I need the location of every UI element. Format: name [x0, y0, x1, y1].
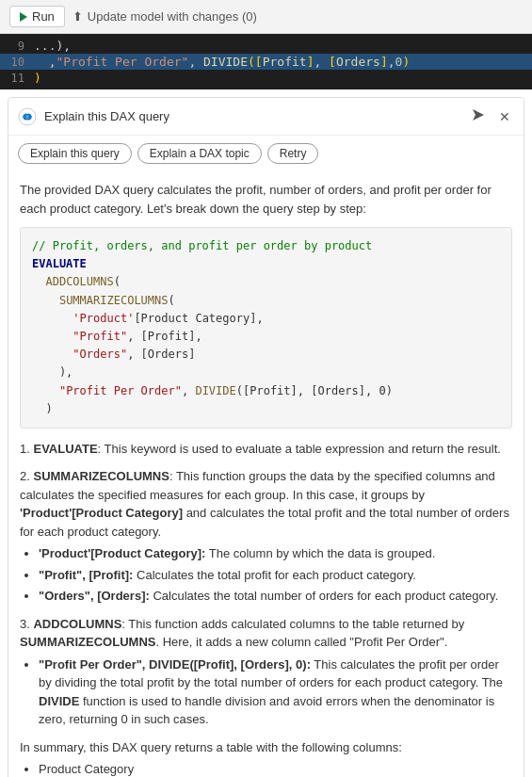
summary-section: In summary, this DAX query returns a tab… [20, 738, 512, 777]
exp-item-1-text: : This keyword is used to evaluate a tab… [98, 442, 501, 456]
bullet-item: 'Product'[Product Category]: The column … [39, 544, 512, 563]
bullet-bold: "Orders", [Orders]: [39, 589, 150, 603]
summary-intro: In summary, this DAX query returns a tab… [20, 738, 512, 757]
line-number-10: 10 [0, 56, 34, 69]
send-icon-button[interactable] [467, 105, 490, 127]
exp-item-3-header: 3. ADDCOLUMNS: This function adds calcul… [20, 615, 512, 652]
exp-item-2-bullets: 'Product'[Product Category]: The column … [39, 544, 512, 606]
exp-item-3-num: 3. [20, 617, 33, 631]
exp-item-1-keyword: EVALUATE [33, 442, 97, 456]
bullet-bold-2: DIVIDE [39, 694, 79, 708]
ai-panel-title: Explain this DAX query [44, 109, 467, 123]
bullet-bold: 'Product'[Product Category]: [39, 546, 205, 560]
explanation-item-2: 2. SUMMARIZECOLUMNS: This function group… [20, 467, 512, 606]
line-number-11: 11 [0, 72, 34, 85]
ai-content: The provided DAX query calculates the pr… [8, 171, 524, 777]
close-button[interactable]: ✕ [495, 107, 514, 126]
code-line-9: 9 ...), [0, 38, 532, 54]
bullet-item: "Orders", [Orders]: Calculates the total… [39, 587, 512, 606]
exp-item-1-num: 1. [20, 442, 33, 456]
ai-panel: Explain this DAX query ✕ Explain this qu… [8, 97, 524, 777]
copilot-icon [18, 107, 37, 126]
update-model-button[interactable]: ⬆ Update model with changes (0) [73, 9, 257, 24]
run-icon [20, 12, 27, 22]
close-icon: ✕ [499, 109, 510, 124]
ai-header: Explain this DAX query ✕ [8, 98, 524, 136]
bullet-text: The column by which the data is grouped. [205, 546, 435, 560]
exp-item-3-inline-bold: SUMMARIZECOLUMNS [20, 635, 155, 649]
exp-item-2-header: 2. SUMMARIZECOLUMNS: This function group… [20, 467, 512, 541]
exp-item-2-keyword: SUMMARIZECOLUMNS [33, 469, 169, 483]
ai-header-actions: ✕ [467, 105, 514, 127]
bullet-text-2: function is used to handle division and … [39, 694, 494, 727]
explain-dax-topic-button[interactable]: Explain a DAX topic [137, 143, 262, 164]
code-content-11: ) [34, 71, 41, 85]
summary-item-1: Product Category [39, 760, 512, 777]
explanation-list: 1. EVALUATE: This keyword is used to eva… [20, 440, 512, 729]
exp-item-3-text: : This function adds calculated columns … [121, 617, 464, 631]
code-line-11: 11 ) [0, 70, 532, 86]
toolbar: Run ⬆ Update model with changes (0) [0, 0, 532, 34]
upload-icon: ⬆ [73, 9, 83, 24]
exp-item-3-text2: . Here, it adds a new column called "Pro… [155, 635, 447, 649]
code-content-10: ,"Profit Per Order", DIVIDE([Profit], [O… [34, 55, 410, 69]
ai-intro-text: The provided DAX query calculates the pr… [20, 181, 512, 218]
bullet-item: "Profit", [Profit]: Calculates the total… [39, 566, 512, 585]
action-buttons-row: Explain this query Explain a DAX topic R… [8, 136, 524, 171]
bullet-bold: "Profit", [Profit]: [39, 568, 133, 582]
exp-item-3-bullets: "Profit Per Order", DIVIDE([Profit], [Or… [39, 656, 512, 729]
send-icon [471, 107, 486, 122]
ai-code-block: // Profit, orders, and profit per order … [20, 227, 512, 429]
line-number-9: 9 [0, 40, 34, 53]
code-editor: 9 ...), 10 ,"Profit Per Order", DIVIDE([… [0, 34, 532, 89]
code-content-9: ...), [34, 39, 71, 53]
run-button[interactable]: Run [9, 6, 65, 27]
update-label: Update model with changes (0) [88, 9, 257, 24]
summary-list: Product Category Profit Orders Profit Pe… [39, 760, 512, 777]
exp-item-2-num: 2. [20, 469, 33, 483]
bullet-text: Calculates the total profit for each pro… [133, 568, 415, 582]
run-label: Run [32, 9, 55, 24]
code-line-10: 10 ,"Profit Per Order", DIVIDE([Profit],… [0, 54, 532, 70]
bullet-item: "Profit Per Order", DIVIDE([Profit], [Or… [39, 656, 512, 729]
exp-item-3-keyword: ADDCOLUMNS [33, 617, 121, 631]
explanation-item-1: 1. EVALUATE: This keyword is used to eva… [20, 440, 512, 459]
retry-button[interactable]: Retry [267, 143, 319, 164]
bullet-bold: "Profit Per Order", DIVIDE([Profit], [Or… [39, 657, 311, 672]
bullet-text: Calculates the total number of orders fo… [150, 589, 498, 603]
explanation-item-3: 3. ADDCOLUMNS: This function adds calcul… [20, 615, 512, 729]
exp-item-2-inline-bold: 'Product'[Product Category] [20, 506, 183, 520]
explain-query-button[interactable]: Explain this query [18, 143, 132, 164]
